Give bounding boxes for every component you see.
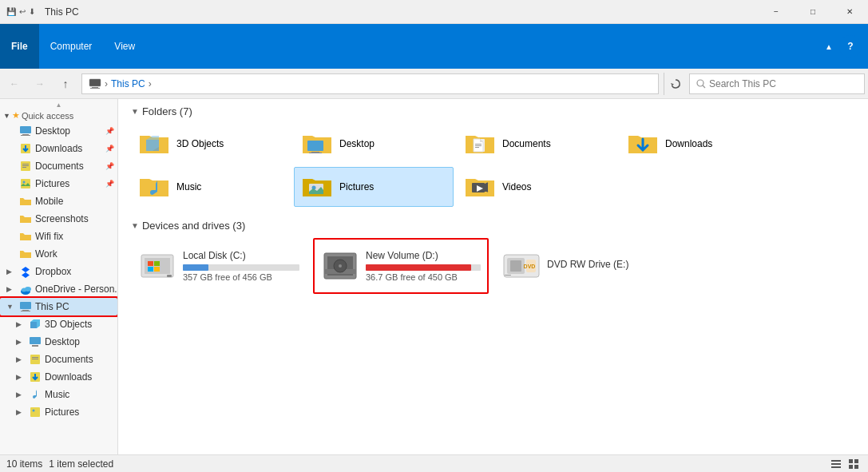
drive-e-info: DVD RW Drive (E:) <box>547 259 664 273</box>
folder-item-videos[interactable]: Videos <box>457 167 616 207</box>
nav-bar: ← → ↑ › This PC › <box>0 69 868 99</box>
svg-rect-25 <box>32 345 38 347</box>
dropbox-icon <box>19 265 32 278</box>
svg-point-18 <box>25 287 31 292</box>
quick-access-label: Quick access <box>22 111 73 121</box>
svg-rect-12 <box>22 165 29 166</box>
title-bar-controls: − □ ✕ <box>758 0 868 24</box>
folder-item-pictures[interactable]: Pictures <box>294 167 454 207</box>
sidebar-label: 3D Objects <box>45 319 92 330</box>
folders-section-header[interactable]: ▼ Folders (7) <box>131 105 855 117</box>
refresh-button[interactable] <box>664 73 686 95</box>
sidebar-section-quick-access[interactable]: ▼ ★ Quick access <box>0 107 117 122</box>
drive-item-c[interactable]: Local Disk (C:) 357 GB free of 456 GB <box>131 238 307 294</box>
folder-name: Downloads <box>665 138 712 149</box>
pictures-icon <box>19 177 32 190</box>
svg-rect-55 <box>154 267 160 272</box>
sidebar-item-desktop[interactable]: Desktop 📌 <box>0 122 117 140</box>
drive-item-d[interactable]: New Volume (D:) 36.7 GB free of 450 GB <box>313 238 489 294</box>
title-bar-icon-3: ⬇ <box>29 7 35 16</box>
drive-c-icon <box>138 247 176 285</box>
view-icon-tiles[interactable] <box>846 456 862 472</box>
search-input[interactable] <box>709 78 858 89</box>
drives-grid: Local Disk (C:) 357 GB free of 456 GB <box>131 238 855 294</box>
back-button[interactable]: ← <box>3 73 26 95</box>
sidebar-label: This PC <box>35 301 69 312</box>
svg-rect-14 <box>21 179 30 188</box>
svg-rect-54 <box>148 267 153 272</box>
sidebar-item-pictures[interactable]: Pictures 📌 <box>0 175 117 192</box>
sidebar-label: Desktop <box>35 125 70 137</box>
folder-item-documents[interactable]: Documents <box>457 124 616 164</box>
address-bar[interactable]: › This PC › <box>81 73 659 94</box>
folder-item-3dobjects[interactable]: 3D Objects <box>131 124 291 164</box>
drive-d-bar-fill <box>366 264 471 271</box>
sidebar-item-dropbox[interactable]: ▶ Dropbox <box>0 263 117 280</box>
sidebar-item-this-pc[interactable]: ▼ This PC <box>0 298 117 315</box>
ribbon-tab-file[interactable]: File <box>0 24 39 69</box>
sidebar-item-downloads2[interactable]: ▶ Downloads <box>0 368 117 386</box>
dvd-drive-icon: DVD <box>502 247 541 285</box>
sidebar-item-screenshots[interactable]: Screenshots <box>0 210 117 228</box>
drive-e-name: DVD RW Drive (E:) <box>547 259 664 270</box>
folder-item-desktop[interactable]: Desktop <box>294 124 454 164</box>
ribbon: File Computer View ▲ ? <box>0 24 868 69</box>
address-separator: › <box>105 78 108 89</box>
svg-rect-72 <box>854 459 858 463</box>
sidebar-label: Pictures <box>35 178 69 189</box>
drive-d-bar-bg <box>366 264 481 271</box>
sidebar-item-wififix[interactable]: Wifi fix <box>0 228 117 245</box>
svg-rect-27 <box>32 357 38 358</box>
sidebar-item-downloads[interactable]: Downloads 📌 <box>0 140 117 157</box>
svg-point-4 <box>697 80 704 86</box>
drive-c-bar-bg <box>183 264 299 271</box>
ribbon-tab-view[interactable]: View <box>103 24 146 69</box>
documents-icon <box>19 160 32 173</box>
folder-item-music[interactable]: Music <box>131 167 291 207</box>
close-button[interactable]: ✕ <box>831 0 868 24</box>
desktop2-icon <box>29 335 42 348</box>
maximize-button[interactable]: □ <box>795 0 831 24</box>
3dobjects-icon <box>29 318 42 331</box>
sidebar-item-documents2[interactable]: ▶ Documents <box>0 351 117 368</box>
sidebar-item-onedrive[interactable]: ▶ OneDrive - Person... <box>0 280 117 298</box>
svg-rect-34 <box>307 141 323 151</box>
drives-section-header[interactable]: ▼ Devices and drives (3) <box>131 220 855 232</box>
sidebar-item-3dobjects[interactable]: ▶ 3D Objects <box>0 315 117 333</box>
minimize-button[interactable]: − <box>758 0 795 24</box>
sidebar-item-pictures2[interactable]: ▶ Pictures <box>0 403 117 421</box>
search-box[interactable] <box>689 73 865 94</box>
up-button[interactable]: ↑ <box>54 73 77 95</box>
ribbon-collapse-icon[interactable]: ▲ <box>825 42 833 51</box>
view-icon-details[interactable] <box>828 456 844 472</box>
ribbon-tab-computer[interactable]: Computer <box>39 24 104 69</box>
address-this-pc[interactable]: This PC <box>111 78 145 89</box>
sidebar-item-documents[interactable]: Documents 📌 <box>0 157 117 175</box>
folder-3dobjects-icon <box>138 129 170 158</box>
svg-rect-52 <box>148 261 153 266</box>
search-icon <box>696 79 706 89</box>
sidebar-item-mobile[interactable]: Mobile <box>0 192 117 210</box>
folder-name: Documents <box>502 138 551 149</box>
sidebar-label: Mobile <box>35 196 63 207</box>
address-separator2: › <box>149 78 152 89</box>
sidebar-label: Downloads <box>35 143 82 154</box>
folder-item-downloads[interactable]: Downloads <box>620 124 779 164</box>
folder-music-icon <box>138 173 170 201</box>
drives-chevron-icon: ▼ <box>131 221 139 230</box>
folder-name: Pictures <box>339 181 374 192</box>
sidebar-item-desktop2[interactable]: ▶ Desktop <box>0 333 117 351</box>
sidebar-item-work[interactable]: Work <box>0 245 117 263</box>
title-bar-icon-2: ↩ <box>19 7 26 16</box>
help-button[interactable]: ? <box>839 35 862 58</box>
forward-button[interactable]: → <box>29 73 51 95</box>
svg-rect-68 <box>831 460 841 462</box>
folder-icon <box>19 230 32 243</box>
svg-rect-69 <box>831 463 841 465</box>
svg-rect-67 <box>505 275 511 276</box>
sidebar-item-music[interactable]: ▶ Music <box>0 386 117 403</box>
drive-item-e[interactable]: DVD DVD RW Drive (E:) <box>495 238 671 294</box>
svg-rect-22 <box>30 322 37 328</box>
sidebar-label: Wifi fix <box>35 231 63 242</box>
svg-rect-8 <box>21 135 30 136</box>
